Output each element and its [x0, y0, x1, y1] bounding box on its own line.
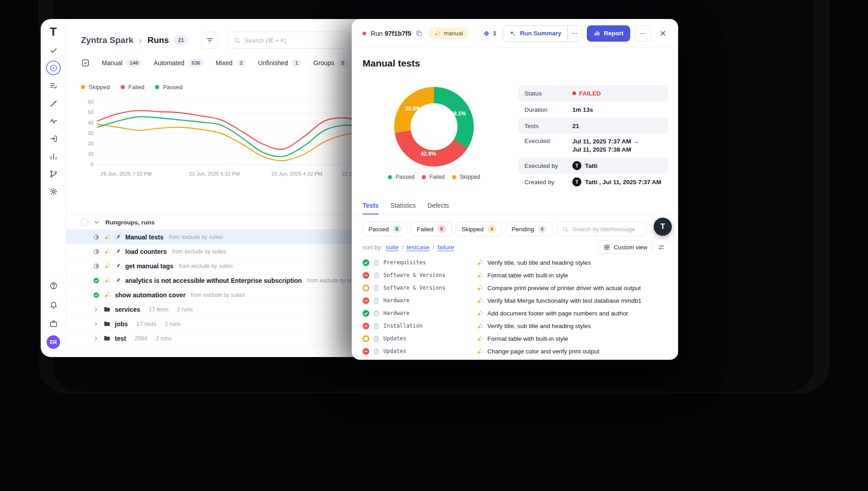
info-row-created-by: Created byTTatti , Jul 11, 2025 7:37 AM — [518, 174, 668, 190]
user-name: Tatti , Jul 11, 2025 7:37 AM — [585, 179, 661, 186]
sort-links: suite/testcase/failure — [386, 244, 454, 251]
copy-icon[interactable] — [415, 30, 423, 37]
branch-icon — [49, 170, 58, 178]
filter-passed-button[interactable]: Passed8 — [363, 222, 407, 236]
folder-runs-count: 2 runs — [165, 321, 181, 327]
sidebar-item-analytics[interactable] — [46, 114, 61, 128]
drawer-search-box[interactable] — [557, 222, 646, 236]
run-origin: from exclude by suites — [169, 234, 223, 240]
test-suite-cell: Software & Versions — [363, 272, 476, 279]
app-logo[interactable]: T — [50, 26, 57, 38]
filter-failed-button[interactable]: Failed9 — [411, 222, 452, 236]
sidebar-item-milestones[interactable] — [46, 96, 61, 110]
avatar: T — [572, 177, 581, 186]
view-settings-button[interactable] — [655, 241, 667, 253]
sidebar-item-branches[interactable] — [46, 167, 61, 181]
tab-manual[interactable]: Manual146 — [102, 59, 142, 67]
sort-by-suite[interactable]: suite — [386, 244, 399, 251]
test-row[interactable]: Software & VersionsFormat table with bui… — [352, 269, 678, 281]
x-axis-label: 25 Jun, 2025 7:32 PM — [101, 171, 152, 176]
suite-name: Updates — [383, 348, 406, 354]
drawer-tab-tests[interactable]: Tests — [363, 199, 379, 214]
sidebar-item-tests[interactable] — [46, 43, 61, 57]
tab-mixed[interactable]: Mixed2 — [216, 59, 246, 67]
workspace-button[interactable] — [46, 316, 61, 331]
user-avatar[interactable]: ER — [47, 335, 60, 349]
report-button[interactable]: Report — [587, 25, 631, 42]
confetti-icon — [104, 234, 111, 240]
run-summary-button[interactable]: Run Summary — [503, 26, 567, 41]
test-row[interactable]: InstallationVerify title, sub title and … — [352, 319, 678, 332]
custom-view-button[interactable]: Custom view — [598, 240, 653, 254]
legend-label: Skipped — [89, 84, 110, 91]
drawer-search-input[interactable] — [572, 226, 642, 233]
filter-label: Pending — [512, 226, 534, 233]
brand-avatar[interactable]: T — [654, 218, 672, 236]
tab-unfinished[interactable]: Unfinished1 — [258, 59, 302, 67]
legend-item-passed[interactable]: Passed — [155, 84, 182, 91]
drawer-tab-defects[interactable]: Defects — [428, 199, 449, 214]
test-row[interactable]: HardwareAdd document footer with page nu… — [352, 307, 678, 319]
sort-by-testcase[interactable]: testcase — [407, 244, 429, 251]
legend-item-failed[interactable]: Failed — [121, 84, 144, 91]
close-drawer-button[interactable] — [656, 26, 670, 41]
folder-tests-count: 17 tests — [149, 306, 169, 313]
run-summary-more-button[interactable] — [567, 26, 582, 41]
legend-label: Passed — [396, 174, 415, 180]
test-suite-cell: Hardware — [363, 297, 476, 304]
sidebar-item-import[interactable] — [46, 131, 61, 146]
info-label: Duration — [524, 106, 572, 113]
tab-count-badge: 1 — [292, 59, 302, 67]
filter-count-badge: 9 — [437, 225, 446, 233]
info-label: Created by — [524, 179, 572, 186]
suite-name: Updates — [383, 335, 406, 342]
test-row[interactable]: HardwareVerify Mail Merge functionality … — [352, 294, 678, 307]
test-row[interactable]: UpdatesChange page color and verify prin… — [352, 345, 678, 358]
filter-button[interactable] — [201, 32, 218, 49]
test-row[interactable]: UpdatesFormat table with built-in style — [352, 332, 678, 345]
breadcrumb[interactable]: Zyntra Spark — [81, 35, 133, 45]
search-input[interactable] — [245, 37, 344, 44]
more-actions-button[interactable] — [635, 25, 651, 42]
test-row[interactable]: PrerequisitesVerify title, sub title and… — [352, 256, 678, 269]
folder-runs-count: 2 runs — [177, 306, 193, 313]
run-title: load counters — [125, 248, 167, 255]
chevron-right-icon[interactable] — [93, 306, 99, 313]
info-row-duration: Duration1m 13s — [518, 101, 668, 118]
tab-groups[interactable]: Groups5 — [313, 59, 348, 67]
legend-item-skipped[interactable]: Skipped — [81, 84, 110, 91]
briefcase-icon — [49, 319, 58, 328]
chevron-right-icon[interactable] — [93, 335, 99, 342]
chevron-down-icon[interactable] — [93, 219, 100, 226]
drawer-tab-statistics[interactable]: Statistics — [391, 199, 416, 214]
legend-dot — [388, 175, 392, 179]
run-details-drawer: Run 97f1b7f5 manual 1 Run Summary Report… — [352, 19, 678, 360]
sliders-icon — [657, 243, 665, 251]
sidebar-item-plans[interactable] — [46, 78, 61, 93]
tab-automated[interactable]: Automated536 — [154, 59, 204, 67]
run-title: get manual tags — [125, 262, 174, 270]
sidebar-item-reports[interactable] — [46, 149, 61, 163]
confetti-icon — [434, 30, 440, 37]
sort-separator: / — [433, 244, 434, 251]
jira-issue-count[interactable]: 1 — [482, 29, 496, 38]
chevron-right-icon[interactable] — [93, 321, 99, 327]
sidebar-item-settings[interactable] — [46, 184, 61, 199]
failed-status-icon — [363, 323, 369, 329]
select-all-checkbox[interactable] — [81, 219, 88, 226]
sidebar-item-runs[interactable] — [46, 61, 61, 75]
activity-icon — [49, 117, 58, 125]
sort-by-failure[interactable]: failure — [438, 244, 454, 251]
search-box[interactable] — [227, 32, 349, 49]
filter-skipped-button[interactable]: Skipped4 — [456, 222, 502, 236]
confetti-icon — [104, 291, 111, 298]
notifications-button[interactable] — [46, 297, 61, 312]
filter-pending-button[interactable]: Pending0 — [506, 222, 553, 236]
help-button[interactable] — [46, 278, 61, 293]
test-title-cell: Verify title, sub title and heading styl… — [476, 259, 591, 266]
confetti-icon — [104, 262, 111, 269]
sort-row: sort by: suite/testcase/failure Custom v… — [363, 241, 667, 253]
tab-count-badge: 2 — [236, 59, 246, 67]
test-row[interactable]: Software & VersionsCompare print preview… — [352, 281, 678, 294]
select-runs-icon[interactable] — [81, 58, 90, 67]
